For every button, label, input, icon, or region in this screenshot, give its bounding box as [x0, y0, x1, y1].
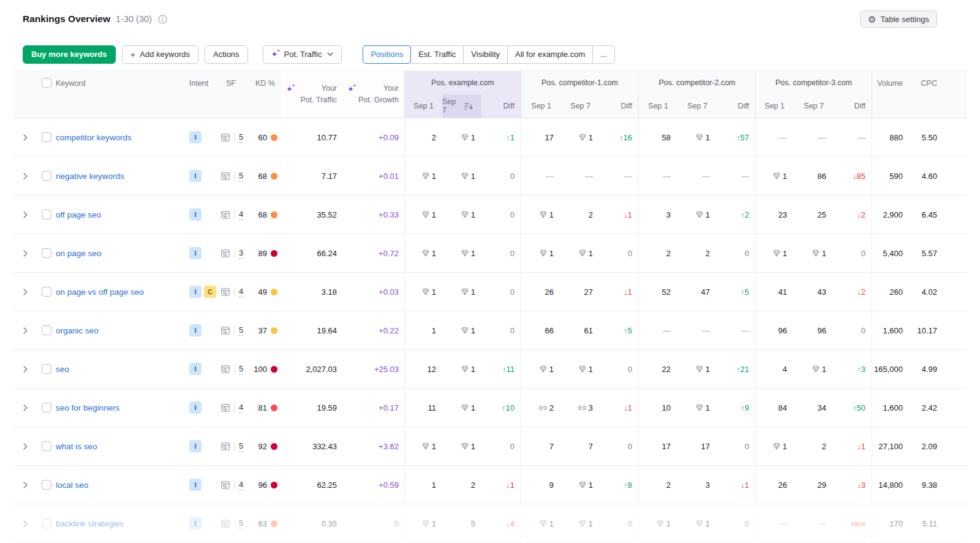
row-checkbox[interactable]	[42, 210, 51, 219]
expand-chevron-icon[interactable]	[21, 441, 30, 452]
serp-preview-icon[interactable]	[221, 249, 230, 257]
subheader-comp1-sep7[interactable]: Sep 7	[560, 94, 599, 118]
row-checkbox[interactable]	[42, 364, 51, 374]
subheader-comp3-sep7[interactable]: Sep 7	[793, 94, 832, 118]
keyword-link[interactable]: on page seo	[56, 249, 101, 258]
expand-chevron-icon[interactable]	[21, 518, 30, 530]
serp-features-count[interactable]: 5	[239, 132, 243, 143]
serp-preview-icon[interactable]	[221, 134, 230, 142]
subheader-comp2-diff[interactable]: Diff	[716, 94, 755, 118]
serp-features-count[interactable]: 5	[239, 441, 243, 452]
row-checkbox[interactable]	[42, 132, 51, 142]
column-header-intent[interactable]: Intent	[184, 71, 214, 118]
metric-dropdown[interactable]: ✦ Pot. Traffic	[263, 45, 342, 64]
expand-chevron-icon[interactable]	[21, 209, 30, 221]
intent-badge-I[interactable]: I	[189, 247, 202, 259]
row-checkbox[interactable]	[42, 325, 51, 335]
row-checkbox[interactable]	[42, 171, 51, 181]
serp-preview-icon[interactable]	[221, 288, 230, 296]
keyword-link[interactable]: seo for beginners	[56, 403, 119, 412]
intent-badge-I[interactable]: I	[189, 401, 202, 414]
keyword-link[interactable]: local seo	[56, 480, 88, 490]
keyword-link[interactable]: negative keywords	[56, 172, 124, 181]
keyword-link[interactable]: backlink strategies	[56, 519, 124, 528]
serp-preview-icon[interactable]	[221, 365, 230, 373]
serp-preview-icon[interactable]	[221, 327, 230, 335]
intent-badge-I[interactable]: I	[189, 324, 202, 336]
serp-preview-icon[interactable]	[221, 481, 230, 489]
keyword-link[interactable]: what is seo	[56, 442, 97, 451]
subheader-comp3-sep1[interactable]: Sep 1	[755, 94, 793, 118]
column-header-cpc[interactable]: CPC	[916, 71, 967, 118]
serp-preview-icon[interactable]	[221, 211, 230, 219]
serp-features-count[interactable]: 5	[239, 171, 243, 181]
keyword-link[interactable]: competitor keywords	[56, 133, 132, 142]
column-header-keyword[interactable]: Keyword	[56, 71, 184, 118]
intent-badge-I[interactable]: I	[189, 517, 202, 530]
expand-chevron-icon[interactable]	[21, 363, 30, 375]
intent-badge-I[interactable]: I	[189, 131, 202, 143]
subheader-comp1-sep1[interactable]: Sep 1	[521, 94, 560, 118]
intent-badge-I[interactable]: I	[189, 440, 202, 452]
intent-badge-I[interactable]: I	[189, 170, 202, 182]
subheader-example-sep1[interactable]: Sep 1	[404, 94, 442, 118]
column-header-pot-traffic[interactable]: ✦ YourPot. Traffic	[281, 71, 342, 118]
row-checkbox[interactable]	[42, 518, 51, 528]
kd-dot	[271, 134, 277, 141]
column-header-pot-growth[interactable]: ✦ YourPot. Growth	[342, 71, 404, 118]
intent-badge-I[interactable]: I	[189, 208, 202, 221]
serp-features-count[interactable]: 4	[239, 210, 243, 220]
tab-visibility[interactable]: Visibility	[463, 45, 508, 64]
tab-est-traffic[interactable]: Est. Traffic	[410, 45, 464, 64]
subheader-comp2-sep1[interactable]: Sep 1	[638, 94, 677, 118]
expand-chevron-icon[interactable]	[21, 325, 30, 336]
intent-badge-I[interactable]: I	[189, 286, 202, 298]
subheader-example-sep7[interactable]: Sep 7	[442, 94, 481, 118]
column-header-volume[interactable]: Volume	[872, 71, 916, 118]
serp-features-count[interactable]: 4	[239, 287, 243, 297]
serp-features-count[interactable]: 3	[239, 248, 243, 259]
subheader-example-diff[interactable]: Diff	[481, 94, 521, 118]
keyword-link[interactable]: off page seo	[56, 210, 101, 219]
serp-features-count[interactable]: 5	[239, 364, 243, 374]
expand-chevron-icon[interactable]	[21, 248, 30, 259]
actions-button[interactable]: Actions	[205, 45, 248, 64]
subheader-comp3-diff[interactable]: Diff	[832, 94, 872, 118]
subheader-comp1-diff[interactable]: Diff	[599, 94, 638, 118]
column-header-sf[interactable]: SF	[214, 71, 246, 118]
keyword-link[interactable]: seo	[56, 365, 69, 374]
tab-positions[interactable]: Positions	[363, 45, 411, 64]
table-settings-button[interactable]: ⚙ Table settings	[860, 10, 937, 28]
row-checkbox[interactable]	[42, 480, 51, 490]
select-all-checkbox[interactable]	[42, 78, 51, 88]
expand-chevron-icon[interactable]	[21, 479, 30, 491]
column-header-kd[interactable]: KD %	[246, 71, 281, 118]
intent-badge-I[interactable]: I	[189, 363, 202, 375]
subheader-comp2-sep7[interactable]: Sep 7	[677, 94, 716, 118]
expand-chevron-icon[interactable]	[21, 170, 30, 182]
tab-more[interactable]: ...	[592, 45, 615, 64]
serp-features-count[interactable]: 4	[239, 480, 243, 490]
serp-feature-gem-icon	[579, 481, 586, 488]
buy-more-keywords-button[interactable]: Buy more keywords	[23, 45, 116, 64]
row-checkbox[interactable]	[42, 441, 51, 451]
row-checkbox[interactable]	[42, 248, 51, 258]
expand-chevron-icon[interactable]	[21, 286, 30, 298]
row-checkbox[interactable]	[42, 403, 51, 412]
serp-preview-icon[interactable]	[221, 404, 230, 412]
serp-features-count[interactable]: 5	[239, 325, 243, 336]
serp-preview-icon[interactable]	[221, 520, 230, 528]
add-keywords-button[interactable]: + Add keywords	[122, 45, 198, 64]
expand-chevron-icon[interactable]	[21, 402, 30, 414]
info-icon[interactable]	[158, 15, 167, 24]
intent-badge-I[interactable]: I	[189, 479, 202, 491]
keyword-link[interactable]: organic seo	[56, 326, 99, 335]
serp-features-count[interactable]: 5	[239, 518, 243, 529]
serp-preview-icon[interactable]	[221, 172, 230, 180]
expand-chevron-icon[interactable]	[21, 132, 30, 143]
keyword-link[interactable]: on page vs off page seo	[56, 287, 144, 297]
serp-features-count[interactable]: 4	[239, 403, 243, 413]
row-checkbox[interactable]	[42, 287, 51, 297]
tab-all-for-domain[interactable]: All for example.com	[507, 45, 593, 64]
serp-preview-icon[interactable]	[221, 442, 230, 450]
